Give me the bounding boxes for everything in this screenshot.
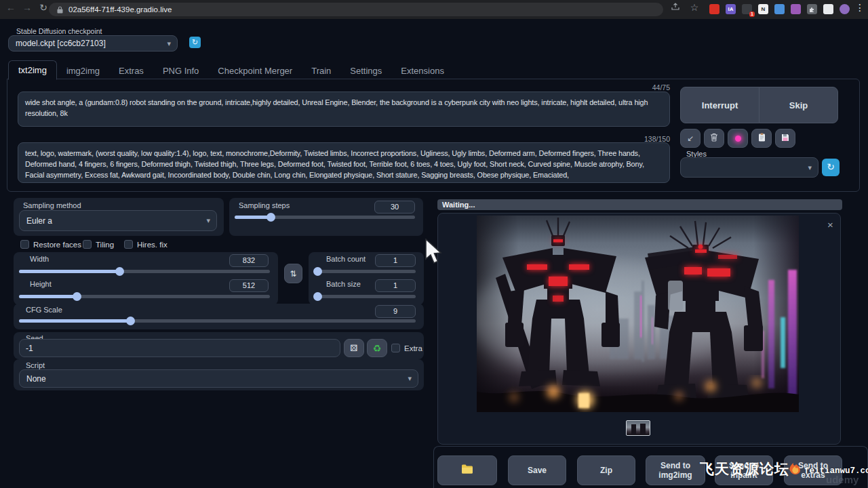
- width-slider[interactable]: [19, 270, 270, 273]
- browser-menu-icon[interactable]: ⋮: [853, 2, 867, 13]
- share-icon[interactable]: [669, 2, 682, 13]
- seed-input[interactable]: [19, 339, 340, 357]
- script-label: Script: [26, 361, 45, 369]
- checkbox-icon: [83, 240, 92, 249]
- tab-bar: txt2img img2img Extras PNG Info Checkpoi…: [8, 60, 454, 80]
- styles-dropdown[interactable]: ▾: [680, 157, 818, 178]
- url-text: 02a56ff4-71ff-439e.gradio.live: [68, 5, 172, 14]
- prompt-input[interactable]: wide shot angle, a (gundam:0.8) robot st…: [18, 92, 670, 127]
- tab-extensions[interactable]: Extensions: [391, 62, 454, 80]
- thumb-robot-right: [640, 424, 646, 434]
- forward-icon[interactable]: →: [20, 2, 34, 13]
- paste-generation-params-button[interactable]: ↙: [680, 129, 701, 148]
- checkbox-icon: [20, 240, 29, 249]
- slider-handle[interactable]: [73, 292, 81, 301]
- random-seed-dice-button[interactable]: ⚄: [344, 339, 364, 357]
- chevron-down-icon: ▾: [206, 216, 210, 225]
- mecha-scene: [477, 216, 799, 412]
- extension-icon-purple[interactable]: [791, 4, 801, 14]
- floppy-disk-icon: [781, 132, 789, 144]
- tab-train[interactable]: Train: [302, 62, 340, 80]
- clipboard-icon: [758, 132, 766, 144]
- slider-handle[interactable]: [313, 267, 322, 276]
- send-to-img2img-button[interactable]: Send to img2img: [646, 455, 705, 485]
- batch-count-label: Batch count: [326, 255, 366, 263]
- restore-faces-label: Restore faces: [33, 241, 81, 249]
- prompt-token-counter: 44/75: [575, 83, 670, 92]
- checkpoint-dropdown[interactable]: model.ckpt [cc6cb27103] ▾: [8, 35, 178, 52]
- bookmark-star-icon[interactable]: ☆: [688, 2, 701, 13]
- interrupt-button[interactable]: Interrupt: [680, 87, 760, 123]
- save-style-button[interactable]: [775, 129, 795, 148]
- extension-badge: 1: [749, 12, 755, 17]
- tab-checkpoint-merger[interactable]: Checkpoint Merger: [208, 62, 302, 80]
- browser-chrome: ← → ↻ 02a56ff4-71ff-439e.gradio.live ☆ I…: [0, 0, 868, 19]
- save-button[interactable]: Save: [508, 455, 566, 485]
- restore-faces-checkbox[interactable]: Restore faces: [20, 240, 81, 249]
- reload-icon[interactable]: ↻: [37, 2, 50, 13]
- profile-avatar[interactable]: [840, 4, 850, 14]
- extension-icon-ia[interactable]: IA: [726, 4, 736, 14]
- extension-icon-n[interactable]: N: [758, 4, 768, 14]
- generated-image[interactable]: [477, 216, 799, 412]
- slider-handle[interactable]: [313, 292, 322, 301]
- tab-png-info[interactable]: PNG Info: [153, 62, 208, 80]
- hires-fix-label: Hires. fix: [137, 241, 167, 249]
- open-folder-button[interactable]: [437, 455, 497, 485]
- slider-handle[interactable]: [126, 317, 135, 325]
- back-icon[interactable]: ←: [4, 2, 18, 13]
- mouse-cursor: [425, 239, 442, 267]
- swap-width-height-button[interactable]: ⇅: [284, 264, 302, 283]
- tab-img2img[interactable]: img2img: [57, 62, 109, 80]
- chevron-down-icon: ▾: [408, 374, 412, 383]
- script-dropdown[interactable]: None ▾: [19, 369, 418, 388]
- styles-refresh-button[interactable]: ↻: [822, 159, 840, 176]
- extension-icon-white[interactable]: [823, 4, 833, 14]
- negative-prompt-input[interactable]: text, logo, watermark, (worst quality, l…: [18, 142, 670, 183]
- thumb-robot-left: [631, 424, 636, 434]
- height-value[interactable]: 512: [229, 279, 269, 292]
- sampling-steps-value[interactable]: 30: [374, 201, 415, 214]
- height-slider[interactable]: [19, 295, 270, 298]
- batch-count-slider[interactable]: [314, 270, 416, 273]
- checkpoint-refresh-button[interactable]: ↻: [189, 37, 201, 48]
- tab-settings[interactable]: Settings: [340, 62, 391, 80]
- batch-size-label: Batch size: [326, 280, 361, 288]
- seed-extra-checkbox[interactable]: Extra: [391, 344, 422, 352]
- trash-icon: [710, 132, 718, 144]
- close-image-icon[interactable]: ×: [827, 220, 833, 230]
- script-value: None: [26, 374, 46, 384]
- zip-button[interactable]: Zip: [577, 455, 635, 485]
- chevron-down-icon: ▾: [808, 163, 812, 172]
- slider-handle[interactable]: [115, 267, 124, 276]
- tiling-label: Tiling: [96, 241, 114, 249]
- hires-fix-checkbox[interactable]: Hires. fix: [124, 240, 167, 249]
- extensions-puzzle-icon[interactable]: [807, 4, 817, 14]
- extension-icon-badged[interactable]: 1: [742, 4, 752, 14]
- batch-size-value[interactable]: 1: [375, 279, 416, 292]
- extension-icon-red[interactable]: [709, 4, 719, 14]
- extension-icon-blue[interactable]: [774, 4, 785, 14]
- gallery-thumbnail[interactable]: [626, 420, 650, 436]
- width-value[interactable]: 832: [229, 254, 269, 267]
- clear-prompt-button[interactable]: [704, 129, 724, 148]
- lock-icon: [57, 6, 63, 14]
- tiling-checkbox[interactable]: Tiling: [83, 240, 114, 249]
- apply-style-button[interactable]: [751, 129, 772, 148]
- cfg-scale-label: CFG Scale: [26, 306, 62, 314]
- batch-count-value[interactable]: 1: [375, 254, 416, 267]
- extra-networks-button[interactable]: [728, 129, 748, 148]
- cfg-scale-slider[interactable]: [19, 319, 416, 323]
- sampling-method-dropdown[interactable]: Euler a ▾: [19, 210, 217, 231]
- folder-icon: [461, 464, 473, 476]
- reuse-seed-recycle-button[interactable]: ♻: [367, 339, 387, 357]
- sampling-steps-slider[interactable]: [235, 216, 415, 219]
- cfg-scale-value[interactable]: 9: [375, 305, 416, 318]
- watermark-chinese-text: 飞天资源论坛: [700, 460, 789, 479]
- skip-button[interactable]: Skip: [759, 87, 838, 123]
- tab-txt2img[interactable]: txt2img: [8, 60, 57, 80]
- checkbox-icon: [124, 240, 133, 249]
- tab-extras[interactable]: Extras: [109, 62, 153, 80]
- batch-size-slider[interactable]: [314, 295, 416, 298]
- address-bar[interactable]: 02a56ff4-71ff-439e.gradio.live: [49, 3, 663, 16]
